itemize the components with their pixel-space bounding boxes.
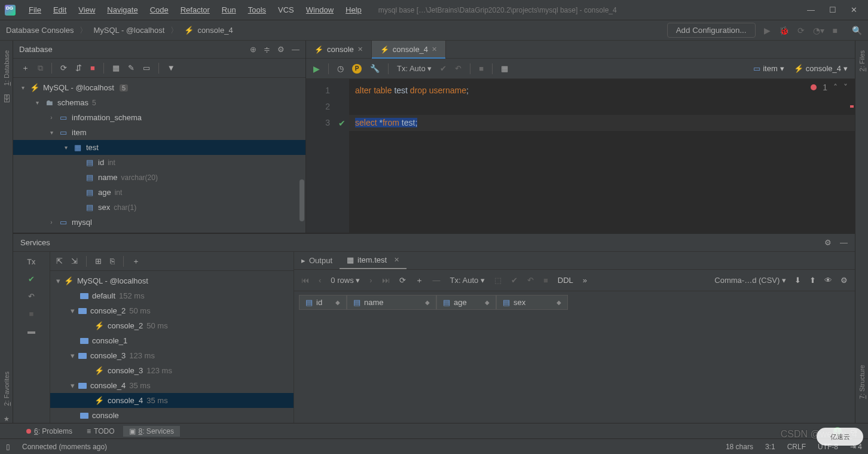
close-tab-icon[interactable]: ✕ bbox=[394, 256, 399, 264]
execute-icon[interactable]: ▶ bbox=[313, 64, 320, 74]
refresh-icon[interactable]: ⟳ bbox=[60, 63, 67, 72]
tree-col-id[interactable]: ▤idint bbox=[13, 155, 305, 170]
tab-problems[interactable]: 6: Problems bbox=[20, 426, 78, 437]
tree-datasource[interactable]: ▾⚡ MySQL - @localhost 5 bbox=[13, 80, 305, 95]
tree-schema-info[interactable]: ›▭ information_schema bbox=[13, 110, 305, 125]
event-log-icon[interactable]: ▭ bbox=[850, 426, 857, 435]
commit-result-icon[interactable]: ✔ bbox=[511, 276, 518, 285]
crumb-datasource[interactable]: MySQL - @localhost bbox=[93, 26, 164, 35]
tab-console-4[interactable]: ⚡ console_4 ✕ bbox=[372, 41, 446, 58]
explain-plan-icon[interactable]: P bbox=[352, 64, 362, 74]
menu-navigate[interactable]: Navigate bbox=[102, 3, 142, 17]
open-tab-icon[interactable]: ⎘ bbox=[110, 257, 115, 266]
tree-col-name[interactable]: ▤namevarchar(20) bbox=[13, 170, 305, 185]
tree-scrollbar[interactable] bbox=[299, 179, 304, 221]
crumb-file[interactable]: console_4 bbox=[197, 26, 233, 35]
target-selector[interactable]: ⚡ console_4 ▾ bbox=[794, 64, 848, 73]
add-icon[interactable]: ＋ bbox=[22, 63, 29, 74]
group-icon[interactable]: ⊞ bbox=[95, 257, 102, 266]
add-row-icon[interactable]: ＋ bbox=[415, 275, 423, 286]
debug-icon[interactable]: 🐞 bbox=[779, 26, 789, 35]
maximize-icon[interactable]: ☐ bbox=[829, 5, 836, 14]
run-icon[interactable]: ▶ bbox=[764, 26, 771, 35]
menu-code[interactable]: Code bbox=[145, 3, 173, 17]
minimize-icon[interactable]: — bbox=[807, 5, 815, 14]
result-grid[interactable]: ▤id◆ ▤name◆ ▤age◆ ▤sex◆ bbox=[294, 291, 855, 313]
collapse-icon[interactable]: ⇲ bbox=[71, 257, 78, 266]
tree-col-sex[interactable]: ▤sexchar(1) bbox=[13, 200, 305, 215]
close-tab-icon[interactable]: ✕ bbox=[357, 45, 363, 53]
menu-view[interactable]: View bbox=[74, 3, 100, 17]
sync-schema-icon[interactable]: ⇵ bbox=[75, 63, 82, 72]
eye-icon[interactable]: 👁 bbox=[824, 276, 832, 285]
services-row-selected[interactable]: ⚡console_435 ms bbox=[50, 393, 294, 408]
services-tree[interactable]: ▾⚡MySQL - @localhost default152 ms ▾cons… bbox=[50, 271, 294, 423]
submit-icon[interactable]: ⬚ bbox=[494, 276, 502, 285]
add-service-icon[interactable]: ＋ bbox=[132, 256, 140, 267]
download-icon[interactable]: ⬇ bbox=[794, 276, 801, 285]
services-settings-icon[interactable]: ⚙ bbox=[824, 238, 832, 247]
prev-error-icon[interactable]: ˄ bbox=[833, 83, 838, 92]
rail-structure[interactable]: 7: Structure bbox=[858, 365, 866, 399]
status-encoding[interactable]: UTF-8 bbox=[818, 443, 838, 451]
menu-edit[interactable]: Edit bbox=[48, 3, 71, 17]
close-tab-icon[interactable]: ✕ bbox=[432, 45, 437, 53]
database-tree[interactable]: ▾⚡ MySQL - @localhost 5 ▾🖿 schemas 5 ›▭ … bbox=[13, 78, 305, 233]
tree-schemas[interactable]: ▾🖿 schemas 5 bbox=[13, 95, 305, 110]
services-hide-icon[interactable]: — bbox=[840, 238, 848, 247]
error-stripe[interactable] bbox=[850, 105, 854, 108]
rollback-result-icon[interactable]: ↶ bbox=[527, 276, 534, 285]
tree-table-test[interactable]: ▾▦ test bbox=[13, 140, 305, 155]
ddl-button[interactable]: DDL bbox=[558, 276, 573, 285]
notification-badge[interactable]: 1 bbox=[833, 427, 842, 435]
menu-vcs[interactable]: VCS bbox=[273, 3, 299, 17]
status-position[interactable]: 3:1 bbox=[765, 443, 775, 451]
col-header-id[interactable]: ▤id◆ bbox=[299, 295, 347, 310]
menu-run[interactable]: Run bbox=[217, 3, 241, 17]
profile-icon[interactable]: ◔▾ bbox=[813, 26, 824, 35]
duplicate-icon[interactable]: ⧉ bbox=[38, 63, 43, 73]
close-icon[interactable]: ✕ bbox=[851, 5, 857, 14]
tab-todo[interactable]: ≡TODO bbox=[81, 426, 120, 437]
filter-icon[interactable]: ▼ bbox=[167, 63, 175, 72]
code-editor[interactable]: 123 ✔ alter table test drop username; bbox=[306, 79, 855, 233]
menu-help[interactable]: Help bbox=[341, 3, 366, 17]
table-view-icon[interactable]: ▦ bbox=[112, 63, 120, 72]
rollback-icon[interactable]: ↶ bbox=[455, 64, 461, 73]
breadcrumb[interactable]: Database Consoles 〉 MySQL - @localhost 〉… bbox=[6, 25, 233, 36]
coverage-icon[interactable]: ⟳ bbox=[797, 26, 805, 35]
first-page-icon[interactable]: ⏮ bbox=[301, 276, 309, 285]
rail-database[interactable]: 1: Database bbox=[3, 50, 10, 86]
menu-file[interactable]: File bbox=[24, 3, 46, 17]
tx-icon[interactable]: Tx bbox=[27, 258, 35, 266]
prev-page-icon[interactable]: ‹ bbox=[319, 276, 321, 285]
rollback-icon[interactable]: ↶ bbox=[28, 292, 35, 301]
commit-icon[interactable]: ✔ bbox=[28, 275, 35, 284]
settings-icon[interactable]: ⚙ bbox=[277, 45, 285, 54]
tab-services[interactable]: ▣8: Services bbox=[123, 426, 180, 437]
session-selector[interactable]: ▭ item ▾ bbox=[753, 64, 784, 73]
menu-refactor[interactable]: Refactor bbox=[176, 3, 215, 17]
col-header-age[interactable]: ▤age◆ bbox=[436, 295, 496, 310]
query-console-icon[interactable]: ▭ bbox=[143, 63, 150, 72]
tx-mode-select[interactable]: Tx: Auto ▾ bbox=[397, 64, 432, 73]
next-error-icon[interactable]: ˅ bbox=[843, 83, 848, 92]
status-frame-icon[interactable]: ▯ bbox=[6, 443, 10, 451]
stop-icon[interactable]: ■ bbox=[90, 63, 95, 72]
hide-icon[interactable]: — bbox=[292, 45, 299, 54]
view-as-icon[interactable]: ▦ bbox=[501, 64, 508, 73]
menu-window[interactable]: Window bbox=[301, 3, 338, 17]
expand-icon[interactable]: ⇱ bbox=[56, 257, 63, 266]
upload-icon[interactable]: ⬆ bbox=[809, 276, 816, 285]
view-icon[interactable]: ▬ bbox=[27, 327, 35, 336]
tab-console[interactable]: ⚡ console ✕ bbox=[306, 41, 372, 58]
tab-output[interactable]: ▸Output bbox=[294, 252, 340, 269]
reload-icon[interactable]: ⟳ bbox=[399, 276, 406, 285]
col-header-sex[interactable]: ▤sex◆ bbox=[496, 295, 568, 310]
col-header-name[interactable]: ▤name◆ bbox=[347, 295, 436, 310]
crumb-root[interactable]: Database Consoles bbox=[6, 26, 74, 35]
remove-row-icon[interactable]: — bbox=[433, 276, 441, 285]
rail-favorites[interactable]: 2: Favorites bbox=[3, 371, 10, 406]
tx-mode-result[interactable]: Tx: Auto ▾ bbox=[450, 276, 485, 285]
collapse-icon[interactable]: ≑ bbox=[264, 45, 270, 54]
